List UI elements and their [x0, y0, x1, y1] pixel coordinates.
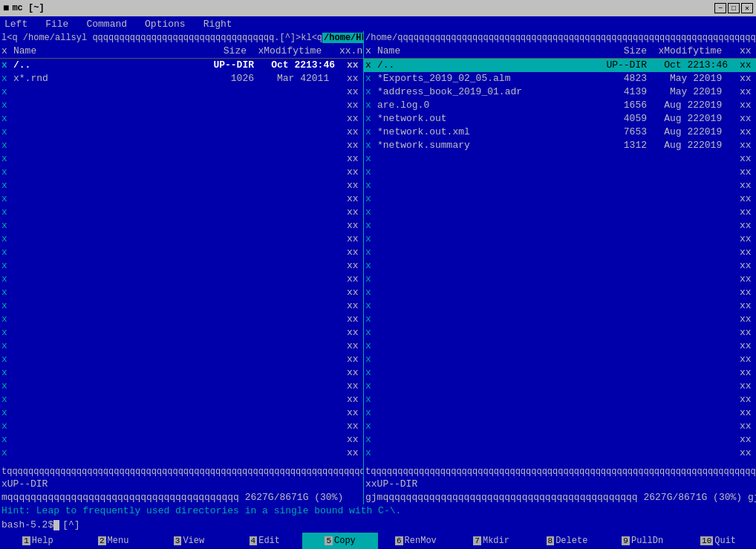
left-file-row[interactable]: xxx	[0, 219, 363, 233]
left-file-row[interactable]: xxx	[0, 393, 363, 406]
bottom-info: Hint: Leap to frequently used directorie…	[0, 504, 756, 533]
right-file-row[interactable]: xxx	[364, 406, 756, 420]
right-disk-info: gjmqqqqqqqqqqqqqqqqqqqqqqqqqqqqqqqqqqqqq…	[364, 491, 756, 504]
right-file-row[interactable]: xxx	[364, 246, 756, 259]
fkey-2[interactable]: 2Menu	[76, 533, 151, 549]
fkey-6[interactable]: 6RenMov	[378, 533, 454, 549]
menu-options[interactable]: Options	[142, 19, 189, 30]
menu-left[interactable]: Left	[1, 19, 30, 30]
right-dir-line: xxUP--DIR	[364, 478, 756, 491]
left-scroll-bottom: tqqqqqqqqqqqqqqqqqqqqqqqqqqqqqqqqqqqqqqq…	[0, 466, 363, 478]
fkey-7[interactable]: 7Mkdir	[454, 533, 529, 549]
right-file-row[interactable]: xxx	[364, 152, 756, 166]
right-file-row[interactable]: xxx	[364, 340, 756, 353]
right-file-row[interactable]: x*address_book_2019_01.adr4139May 22019x…	[364, 85, 756, 99]
hint-text: Hint: Leap to frequently used directorie…	[0, 504, 756, 518]
left-file-row[interactable]: xxx	[0, 433, 363, 446]
right-file-row[interactable]: x*network.out4059Aug 222019xx	[364, 112, 756, 126]
left-file-row[interactable]: xx*.rnd1026Mar 42011xx	[0, 72, 363, 85]
right-file-row[interactable]: x*Exports_2019_02_05.alm4823May 22019xx	[364, 72, 756, 85]
right-file-row[interactable]: xxx	[364, 233, 756, 246]
left-panel-scroll-top: l<q /home/allsyl qqqqqqqqqqqqqqqqqqqqqqq…	[0, 31, 363, 45]
left-file-row[interactable]: xxx	[0, 299, 363, 313]
right-file-row[interactable]: xxx	[364, 446, 756, 460]
fkey-9[interactable]: 9PullDn	[605, 533, 680, 549]
left-file-row[interactable]: xxx	[0, 380, 363, 393]
fkey-5[interactable]: 5Copy	[302, 533, 378, 549]
fkey-10[interactable]: 10Quit	[680, 533, 756, 549]
left-file-row[interactable]: xxx	[0, 286, 363, 299]
left-file-row[interactable]: xxx	[0, 233, 363, 246]
fkey-label-4: Edit	[257, 536, 280, 546]
fkey-label-5: Copy	[333, 536, 356, 546]
right-file-row[interactable]: xxx	[364, 420, 756, 433]
right-scroll-bottom: tqqqqqqqqqqqqqqqqqqqqqqqqqqqqqqqqqqqqqqq…	[364, 466, 756, 478]
left-file-row[interactable]: xxx	[0, 259, 363, 273]
menu-right[interactable]: Right	[201, 19, 235, 30]
left-file-row[interactable]: xxx	[0, 192, 363, 206]
right-file-list: x/..UP--DIROct 2213:46xxx*Exports_2019_0…	[364, 59, 756, 466]
left-file-row[interactable]: xxx	[0, 206, 363, 219]
app-icon: ■	[3, 2, 9, 14]
left-file-row[interactable]: xxx	[0, 246, 363, 259]
left-file-row[interactable]: xxx	[0, 313, 363, 326]
window-controls: − □ ✕	[714, 3, 753, 13]
right-file-row[interactable]: x/..UP--DIROct 2213:46xx	[364, 59, 756, 72]
right-file-row[interactable]: xxx	[364, 219, 756, 233]
left-file-row[interactable]: xxx	[0, 152, 363, 166]
right-file-row[interactable]: xxx	[364, 259, 756, 273]
minimize-button[interactable]: −	[714, 3, 726, 13]
left-file-row[interactable]: xxx	[0, 340, 363, 353]
left-file-row[interactable]: xxx	[0, 366, 363, 380]
right-file-row[interactable]: xxx	[364, 179, 756, 192]
left-file-row[interactable]: xxx	[0, 85, 363, 99]
fkey-3[interactable]: 3View	[151, 533, 227, 549]
right-file-row[interactable]: xxx	[364, 286, 756, 299]
left-file-row[interactable]: xxx	[0, 112, 363, 126]
fkey-4[interactable]: 4Edit	[227, 533, 302, 549]
right-file-row[interactable]: xxx	[364, 192, 756, 206]
menu-command[interactable]: Command	[83, 19, 130, 30]
left-file-row[interactable]: xxx	[0, 139, 363, 152]
left-file-row[interactable]: xxx	[0, 166, 363, 179]
right-file-row[interactable]: xxx	[364, 273, 756, 286]
right-file-row[interactable]: xxx	[364, 166, 756, 179]
right-file-row[interactable]: xxx	[364, 353, 756, 366]
close-button[interactable]: ✕	[741, 3, 753, 13]
left-file-row[interactable]: xxx	[0, 353, 363, 366]
right-file-row[interactable]: xxx	[364, 433, 756, 446]
right-file-row[interactable]: xxx	[364, 393, 756, 406]
right-file-row[interactable]: xare.log.01656Aug 222019xx	[364, 99, 756, 112]
main-window: ■ mc [~] − □ ✕ Left File Command Options…	[0, 0, 756, 549]
right-file-row[interactable]: xxx	[364, 366, 756, 380]
cursor-indicator: [^]	[59, 518, 79, 533]
left-file-row[interactable]: xxx	[0, 406, 363, 420]
maximize-button[interactable]: □	[728, 3, 740, 13]
right-file-row[interactable]: xxx	[364, 380, 756, 393]
fkey-1[interactable]: 1Help	[0, 533, 76, 549]
right-panel-scroll-top: /home/qqqqqqqqqqqqqqqqqqqqqqqqqqqqqqqqqq…	[364, 31, 756, 45]
left-file-row[interactable]: x/..UP--DIROct 2213:46xx	[0, 59, 363, 72]
left-file-row[interactable]: xxx	[0, 99, 363, 112]
fkey-8[interactable]: 8Delete	[529, 533, 605, 549]
left-file-row[interactable]: xxx	[0, 326, 363, 340]
menu-file[interactable]: File	[42, 19, 71, 30]
left-panel: l<q /home/allsyl qqqqqqqqqqqqqqqqqqqqqqq…	[0, 31, 364, 504]
left-file-row[interactable]: xxx	[0, 126, 363, 139]
fkey-label-10: Quit	[713, 536, 736, 546]
right-file-row[interactable]: x*network.out.xml7653Aug 222019xx	[364, 126, 756, 139]
right-file-row[interactable]: xxx	[364, 326, 756, 340]
title-left: ■ mc [~]	[3, 2, 45, 14]
right-file-row[interactable]: xxx	[364, 206, 756, 219]
left-file-row[interactable]: xxx	[0, 179, 363, 192]
right-file-row[interactable]: x*network.summary1312Aug 222019xx	[364, 139, 756, 152]
left-file-row[interactable]: xxx	[0, 446, 363, 460]
right-file-row[interactable]: xxx	[364, 313, 756, 326]
right-file-row[interactable]: xxx	[364, 299, 756, 313]
left-file-row[interactable]: xxx	[0, 420, 363, 433]
right-panel: /home/qqqqqqqqqqqqqqqqqqqqqqqqqqqqqqqqqq…	[364, 31, 756, 504]
fkey-label-8: Delete	[554, 536, 587, 546]
left-file-row[interactable]: xxx	[0, 273, 363, 286]
command-line: bash-5.2$ [^]	[0, 518, 756, 533]
title-bar: ■ mc [~] − □ ✕	[0, 0, 756, 16]
